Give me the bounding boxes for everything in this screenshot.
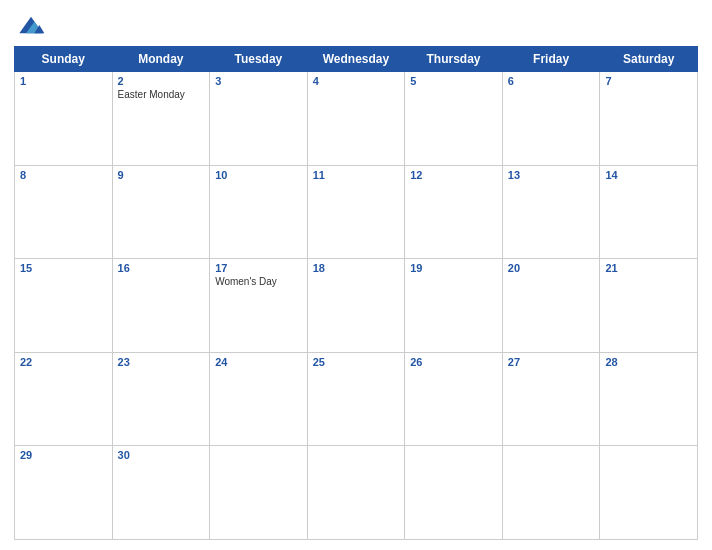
- calendar-cell: 9: [112, 165, 210, 259]
- week-row-4: 22232425262728: [15, 352, 698, 446]
- calendar-header-row: SundayMondayTuesdayWednesdayThursdayFrid…: [15, 47, 698, 72]
- day-number: 16: [118, 262, 205, 274]
- day-number: 20: [508, 262, 595, 274]
- day-number: 13: [508, 169, 595, 181]
- calendar-cell: 18: [307, 259, 405, 353]
- calendar-cell: 3: [210, 72, 308, 166]
- day-number: 2: [118, 75, 205, 87]
- calendar-cell: 8: [15, 165, 113, 259]
- day-number: 30: [118, 449, 205, 461]
- week-row-2: 891011121314: [15, 165, 698, 259]
- day-number: 3: [215, 75, 302, 87]
- day-number: 5: [410, 75, 497, 87]
- calendar-cell: 11: [307, 165, 405, 259]
- calendar-cell: 4: [307, 72, 405, 166]
- calendar-cell: 14: [600, 165, 698, 259]
- day-number: 15: [20, 262, 107, 274]
- calendar-cell: [502, 446, 600, 540]
- weekday-header-saturday: Saturday: [600, 47, 698, 72]
- day-number: 17: [215, 262, 302, 274]
- day-number: 1: [20, 75, 107, 87]
- day-number: 28: [605, 356, 692, 368]
- calendar-cell: 25: [307, 352, 405, 446]
- day-number: 25: [313, 356, 400, 368]
- day-number: 23: [118, 356, 205, 368]
- weekday-header-friday: Friday: [502, 47, 600, 72]
- calendar-cell: 16: [112, 259, 210, 353]
- logo: [16, 10, 50, 40]
- calendar-cell: 23: [112, 352, 210, 446]
- day-number: 22: [20, 356, 107, 368]
- calendar-cell: 17Women's Day: [210, 259, 308, 353]
- day-number: 7: [605, 75, 692, 87]
- calendar-cell: [210, 446, 308, 540]
- calendar-cell: 15: [15, 259, 113, 353]
- calendar-cell: [405, 446, 503, 540]
- calendar-cell: 2Easter Monday: [112, 72, 210, 166]
- day-number: 18: [313, 262, 400, 274]
- calendar-cell: 24: [210, 352, 308, 446]
- day-number: 27: [508, 356, 595, 368]
- calendar-table: SundayMondayTuesdayWednesdayThursdayFrid…: [14, 46, 698, 540]
- weekday-row: SundayMondayTuesdayWednesdayThursdayFrid…: [15, 47, 698, 72]
- day-number: 26: [410, 356, 497, 368]
- day-number: 24: [215, 356, 302, 368]
- day-number: 14: [605, 169, 692, 181]
- calendar-cell: 5: [405, 72, 503, 166]
- day-number: 9: [118, 169, 205, 181]
- calendar-cell: 6: [502, 72, 600, 166]
- calendar-cell: 22: [15, 352, 113, 446]
- day-number: 8: [20, 169, 107, 181]
- calendar-cell: 30: [112, 446, 210, 540]
- calendar-cell: 7: [600, 72, 698, 166]
- calendar-cell: [307, 446, 405, 540]
- day-number: 29: [20, 449, 107, 461]
- week-row-3: 151617Women's Day18192021: [15, 259, 698, 353]
- weekday-header-tuesday: Tuesday: [210, 47, 308, 72]
- weekday-header-monday: Monday: [112, 47, 210, 72]
- calendar-page: SundayMondayTuesdayWednesdayThursdayFrid…: [0, 0, 712, 550]
- day-number: 19: [410, 262, 497, 274]
- calendar-cell: 19: [405, 259, 503, 353]
- weekday-header-wednesday: Wednesday: [307, 47, 405, 72]
- calendar-cell: 28: [600, 352, 698, 446]
- week-row-5: 2930: [15, 446, 698, 540]
- calendar-body: 12Easter Monday34567891011121314151617Wo…: [15, 72, 698, 540]
- calendar-cell: 26: [405, 352, 503, 446]
- calendar-cell: 27: [502, 352, 600, 446]
- day-number: 10: [215, 169, 302, 181]
- calendar-header: [14, 10, 698, 40]
- weekday-header-thursday: Thursday: [405, 47, 503, 72]
- calendar-cell: 10: [210, 165, 308, 259]
- calendar-cell: 13: [502, 165, 600, 259]
- calendar-cell: 1: [15, 72, 113, 166]
- day-number: 21: [605, 262, 692, 274]
- weekday-header-sunday: Sunday: [15, 47, 113, 72]
- day-number: 6: [508, 75, 595, 87]
- calendar-cell: [600, 446, 698, 540]
- day-number: 4: [313, 75, 400, 87]
- logo-icon: [16, 10, 46, 40]
- holiday-label: Women's Day: [215, 276, 302, 288]
- calendar-cell: 20: [502, 259, 600, 353]
- holiday-label: Easter Monday: [118, 89, 205, 101]
- calendar-cell: 12: [405, 165, 503, 259]
- day-number: 11: [313, 169, 400, 181]
- week-row-1: 12Easter Monday34567: [15, 72, 698, 166]
- calendar-cell: 21: [600, 259, 698, 353]
- calendar-cell: 29: [15, 446, 113, 540]
- day-number: 12: [410, 169, 497, 181]
